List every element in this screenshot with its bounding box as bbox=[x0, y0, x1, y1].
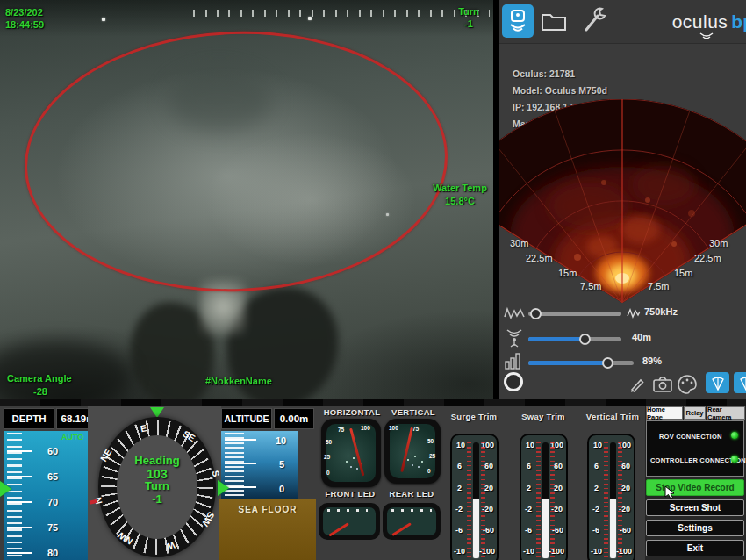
seafloor-label: SEA FLOOR bbox=[219, 505, 316, 514]
range-30m-right: 30m bbox=[709, 238, 728, 248]
frequency-slider[interactable] bbox=[528, 312, 621, 316]
gauge-dots bbox=[346, 461, 348, 463]
divider-strip bbox=[0, 399, 746, 406]
exit-button[interactable]: Exit bbox=[646, 540, 744, 556]
depth-scale-75: 75 bbox=[47, 522, 58, 533]
frequency-value: 750kHz bbox=[644, 306, 678, 317]
trim-ticks-left bbox=[536, 442, 541, 558]
osd-watermark: #NokkenName bbox=[205, 376, 272, 386]
surge-trim-gauge: 10 6 2 -2 -6 -10 100 60 20 -20 -60 -100 bbox=[450, 434, 499, 560]
pencil-icon[interactable] bbox=[628, 376, 646, 393]
compass-readout: Heading 103 Turn -1 bbox=[116, 455, 198, 506]
heading-value: 103 bbox=[116, 468, 198, 481]
range-slider-handle[interactable] bbox=[579, 334, 591, 345]
sonar-toolbar: oculus bp bbox=[499, 0, 746, 44]
sonar-fan-view-button-2[interactable] bbox=[734, 372, 746, 393]
osd-date: 8/23/202 bbox=[5, 7, 43, 18]
led-gauge-ticks bbox=[327, 509, 368, 512]
instrument-panel: DEPTH 68.19m 60 65 70 75 80 AUTO N NE E … bbox=[0, 406, 746, 560]
depth-scale-80: 80 bbox=[47, 548, 58, 558]
sway-trim-gauge: 10 6 2 -2 -6 -10 100 60 20 -20 -60 -100 bbox=[520, 434, 568, 560]
horizontal-gauge-label: HORIZONTAL bbox=[318, 407, 386, 417]
gain-slider-fill bbox=[528, 361, 606, 365]
rov-connection-led bbox=[731, 432, 738, 439]
settings-button[interactable]: Settings bbox=[646, 520, 744, 536]
gain-slider-handle[interactable] bbox=[602, 357, 613, 369]
osd-turn-value: -1 bbox=[449, 18, 488, 29]
sonar-panel: oculus bp Oculus: 21781 Model: Oculus M7… bbox=[499, 0, 746, 399]
sonar-fan-icon bbox=[710, 376, 726, 391]
front-led-label: FRONT LED bbox=[318, 489, 383, 499]
depth-scale-60: 60 bbox=[47, 446, 58, 456]
gauge-dots bbox=[407, 459, 409, 461]
mouse-cursor bbox=[664, 485, 676, 499]
horizontal-gauge: 0 25 50 75 100 bbox=[321, 419, 381, 487]
palette-icon[interactable] bbox=[678, 375, 697, 394]
camera-icon[interactable] bbox=[653, 377, 672, 392]
range-7m-right: 7.5m bbox=[648, 281, 669, 291]
rear-led-gauge bbox=[383, 503, 441, 540]
altitude-scale: 10 5 0 bbox=[221, 431, 298, 499]
trim-ticks-right bbox=[481, 442, 485, 558]
vertical-gauge-label: VERTICAL bbox=[386, 407, 441, 417]
range-30m-left: 30m bbox=[510, 238, 528, 248]
range-value: 40m bbox=[632, 332, 651, 342]
waveform-icon bbox=[504, 305, 525, 321]
tab-rear-camera[interactable]: Rear Camera bbox=[707, 406, 745, 420]
sonar-fan-view-button[interactable] bbox=[706, 372, 729, 393]
compass-turn-label: Turn bbox=[116, 480, 198, 493]
stop-video-record-button[interactable]: Stop Video Record bbox=[646, 479, 744, 496]
altitude-ticks bbox=[225, 431, 260, 499]
trim-bar-empty bbox=[542, 442, 549, 499]
frequency-slider-handle[interactable] bbox=[530, 308, 542, 319]
range-15m-left: 15m bbox=[558, 268, 577, 278]
record-circle-button[interactable] bbox=[504, 372, 523, 391]
osd-camera-angle-label: Camera Angle bbox=[7, 373, 72, 384]
beam-range-icon bbox=[506, 328, 523, 348]
sonar-fan-display bbox=[499, 99, 746, 305]
folder-icon[interactable] bbox=[541, 10, 567, 32]
particle bbox=[102, 18, 105, 21]
range-slider-fill bbox=[528, 337, 583, 341]
oculus-logo-text: oculus bbox=[672, 11, 728, 32]
logo-sonar-waves-icon bbox=[699, 32, 714, 40]
screen-shot-button[interactable]: Screen Shot bbox=[646, 499, 744, 516]
north-marker bbox=[90, 499, 98, 505]
surge-trim-label: Surge Trim bbox=[444, 412, 504, 421]
vertical-gauge: 0 25 50 75 100 bbox=[384, 419, 441, 484]
sonar-device-button[interactable] bbox=[502, 4, 534, 38]
osd-turn-label: Turn bbox=[449, 6, 488, 17]
trim-ticks-left bbox=[604, 442, 608, 558]
altitude-pointer bbox=[218, 480, 229, 496]
trim-bar-fill bbox=[473, 499, 479, 558]
range-22m-right: 22.5m bbox=[694, 253, 721, 263]
range-15m-right: 15m bbox=[674, 268, 692, 278]
trim-ticks-right bbox=[550, 442, 555, 558]
tab-relay[interactable]: Relay bbox=[684, 406, 706, 420]
vertical-trim-label: Vertical Trim bbox=[579, 412, 646, 421]
annotation-ellipse bbox=[20, 25, 452, 299]
wrench-icon[interactable] bbox=[581, 6, 607, 36]
osd-water-temp-value: 15.8°C bbox=[428, 196, 491, 206]
rov-connection-label: ROV CONNECTION bbox=[659, 433, 722, 441]
sway-trim-label: Sway Trim bbox=[513, 412, 573, 421]
altitude-scale-10: 10 bbox=[276, 435, 286, 446]
seafloor-block: SEA FLOOR bbox=[219, 499, 316, 560]
range-22m-left: 22.5m bbox=[526, 253, 553, 263]
trim-bar-empty bbox=[610, 442, 616, 499]
osd-time: 18:44:59 bbox=[5, 19, 44, 30]
tab-home-page[interactable]: Home Page bbox=[646, 406, 683, 420]
oculus-logo: oculus bp bbox=[672, 11, 746, 32]
controller-connection-led bbox=[731, 456, 738, 463]
heading-label: Heading bbox=[116, 455, 198, 468]
trim-bar-fill bbox=[542, 499, 549, 558]
depth-header: DEPTH bbox=[4, 408, 54, 429]
vertical-trim-gauge: 10 6 2 -2 -6 -10 100 60 20 -20 -60 -100 bbox=[587, 434, 635, 560]
heading-tape bbox=[193, 10, 490, 17]
front-led-gauge bbox=[319, 503, 380, 540]
osd-water-temp-label: Water Temp bbox=[428, 183, 491, 193]
altitude-scale-5: 5 bbox=[279, 459, 284, 470]
connection-status-box: ROV CONNECTION CONTROLLER CONNECTION bbox=[646, 420, 744, 477]
depth-auto-badge: AUTO bbox=[61, 433, 83, 442]
depth-scale-70: 70 bbox=[47, 497, 58, 507]
